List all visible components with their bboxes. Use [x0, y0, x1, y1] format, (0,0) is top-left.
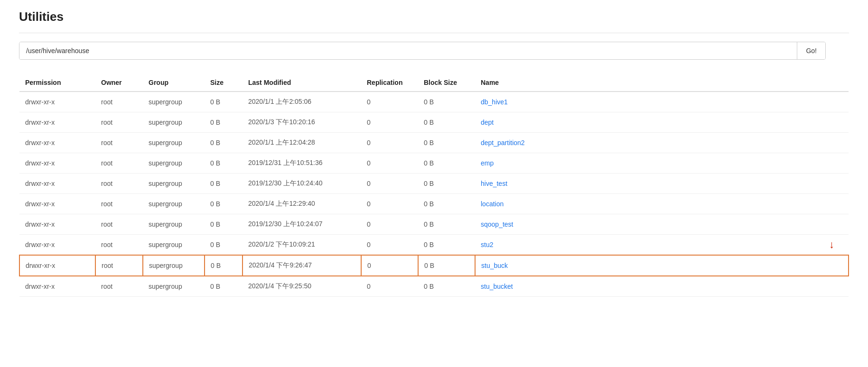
cell-last_modified: 2019/12/30 上午10:24:40 [243, 174, 361, 194]
cell-name[interactable]: db_hive1 [475, 92, 849, 112]
file-name-link[interactable]: stu_buck [481, 262, 508, 269]
cell-size: 0 B [205, 214, 243, 235]
file-table: Permission Owner Group Size Last Modifie… [19, 74, 849, 297]
cell-block_size: 0 B [418, 174, 475, 194]
cell-size: 0 B [205, 194, 243, 214]
cell-replication: 0 [361, 174, 418, 194]
file-name-link[interactable]: location [481, 200, 504, 208]
cell-permission: drwxr-xr-x [19, 153, 95, 174]
cell-owner: root [95, 112, 143, 133]
cell-replication: 0 [361, 214, 418, 235]
cell-block_size: 0 B [418, 92, 475, 112]
cell-permission: drwxr-xr-x [19, 194, 95, 214]
table-row: drwxr-xr-xrootsupergroup0 B2020/1/1 上午12… [19, 133, 849, 153]
table-body: drwxr-xr-xrootsupergroup0 B2020/1/1 上午2:… [19, 92, 849, 297]
table-row: drwxr-xr-xrootsupergroup0 B2020/1/3 下午10… [19, 112, 849, 133]
cell-permission: drwxr-xr-x [19, 255, 95, 276]
file-name-link[interactable]: emp [481, 159, 494, 167]
cell-name[interactable]: emp [475, 153, 849, 174]
cell-block_size: 0 B [418, 214, 475, 235]
cell-name[interactable]: hive_test [475, 174, 849, 194]
cell-permission: drwxr-xr-x [19, 276, 95, 297]
cell-replication: 0 [361, 153, 418, 174]
cell-group: supergroup [143, 153, 205, 174]
cell-group: supergroup [143, 214, 205, 235]
col-header-name: Name [475, 74, 849, 92]
cell-last_modified: 2020/1/4 下午9:26:47 [243, 255, 361, 276]
file-name-link[interactable]: db_hive1 [481, 98, 508, 106]
table-row: drwxr-xr-xrootsupergroup0 B2020/1/1 上午2:… [19, 92, 849, 112]
cell-last_modified: 2019/12/30 上午10:24:07 [243, 214, 361, 235]
cell-permission: drwxr-xr-x [19, 112, 95, 133]
cell-name[interactable]: sqoop_test [475, 214, 849, 235]
file-name-link[interactable]: dept_partition2 [481, 139, 525, 147]
cell-permission: drwxr-xr-x [19, 92, 95, 112]
cell-last_modified: 2020/1/2 下午10:09:21 [243, 235, 361, 256]
cell-owner: root [95, 276, 143, 297]
table-row: drwxr-xr-xrootsupergroup0 B2019/12/30 上午… [19, 174, 849, 194]
table-header: Permission Owner Group Size Last Modifie… [19, 74, 849, 92]
cell-permission: drwxr-xr-x [19, 174, 95, 194]
file-name-link[interactable]: stu2 [481, 241, 493, 248]
cell-permission: drwxr-xr-x [19, 133, 95, 153]
cell-group: supergroup [143, 112, 205, 133]
cell-size: 0 B [205, 255, 243, 276]
cell-block_size: 0 B [418, 276, 475, 297]
col-header-last-modified: Last Modified [243, 74, 361, 92]
col-header-block-size: Block Size [418, 74, 475, 92]
cell-group: supergroup [143, 174, 205, 194]
file-name-link[interactable]: dept [481, 119, 494, 126]
cell-name[interactable]: dept [475, 112, 849, 133]
cell-replication: 0 [361, 133, 418, 153]
cell-replication: 0 [361, 255, 418, 276]
table-row: drwxr-xr-xrootsupergroup0 B2020/1/4 下午9:… [19, 255, 849, 276]
table-row: drwxr-xr-xrootsupergroup0 B2020/1/2 下午10… [19, 235, 849, 256]
cell-owner: root [95, 92, 143, 112]
cell-last_modified: 2020/1/1 上午12:04:28 [243, 133, 361, 153]
cell-replication: 0 [361, 235, 418, 256]
cell-group: supergroup [143, 255, 205, 276]
cell-owner: root [95, 133, 143, 153]
cell-block_size: 0 B [418, 235, 475, 256]
cell-replication: 0 [361, 112, 418, 133]
cell-replication: 0 [361, 276, 418, 297]
cell-size: 0 B [205, 133, 243, 153]
cell-group: supergroup [143, 194, 205, 214]
col-header-permission: Permission [19, 74, 95, 92]
file-name-link[interactable]: sqoop_test [481, 220, 513, 228]
cell-owner: root [95, 255, 143, 276]
cell-replication: 0 [361, 92, 418, 112]
cell-group: supergroup [143, 235, 205, 256]
file-name-link[interactable]: stu_bucket [481, 283, 513, 290]
cell-permission: drwxr-xr-x [19, 235, 95, 256]
cell-name[interactable]: stu_buck [475, 255, 849, 276]
cell-block_size: 0 B [418, 194, 475, 214]
table-row: drwxr-xr-xrootsupergroup0 B2019/12/30 上午… [19, 214, 849, 235]
divider [19, 33, 849, 33]
cell-name[interactable]: ↓stu2 [475, 235, 849, 256]
file-name-link[interactable]: hive_test [481, 180, 507, 187]
cell-size: 0 B [205, 112, 243, 133]
col-header-owner: Owner [95, 74, 143, 92]
cell-name[interactable]: dept_partition2 [475, 133, 849, 153]
table-row: drwxr-xr-xrootsupergroup0 B2020/1/4 上午12… [19, 194, 849, 214]
cell-permission: drwxr-xr-x [19, 214, 95, 235]
table-row: drwxr-xr-xrootsupergroup0 B2020/1/4 下午9:… [19, 276, 849, 297]
cell-size: 0 B [205, 276, 243, 297]
cell-size: 0 B [205, 153, 243, 174]
cell-last_modified: 2020/1/3 下午10:20:16 [243, 112, 361, 133]
path-input[interactable] [19, 42, 797, 59]
cell-block_size: 0 B [418, 255, 475, 276]
cell-owner: root [95, 194, 143, 214]
cell-group: supergroup [143, 133, 205, 153]
cell-owner: root [95, 174, 143, 194]
cell-block_size: 0 B [418, 153, 475, 174]
cell-name[interactable]: stu_bucket [475, 276, 849, 297]
cell-owner: root [95, 153, 143, 174]
table-row: drwxr-xr-xrootsupergroup0 B2019/12/31 上午… [19, 153, 849, 174]
path-bar: Go! [19, 42, 826, 60]
cell-group: supergroup [143, 276, 205, 297]
cell-name[interactable]: location [475, 194, 849, 214]
go-button[interactable]: Go! [797, 42, 825, 59]
cell-last_modified: 2019/12/31 上午10:51:36 [243, 153, 361, 174]
